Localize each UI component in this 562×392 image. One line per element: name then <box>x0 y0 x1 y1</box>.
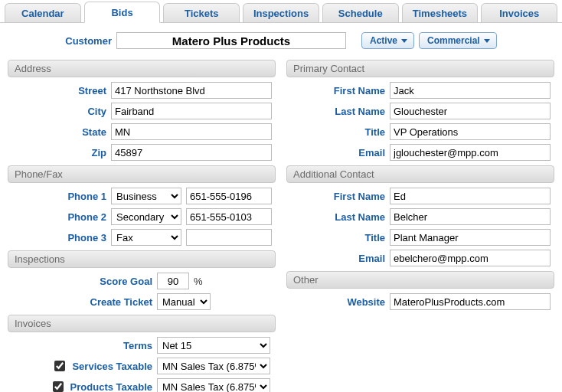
score-goal-input[interactable] <box>157 273 189 289</box>
pc-email-input[interactable] <box>390 144 551 161</box>
score-goal-label: Score Goal <box>8 276 157 287</box>
ac-firstname-label: First Name <box>286 191 390 202</box>
website-label: Website <box>286 296 390 308</box>
pc-lastname-input[interactable] <box>390 103 551 119</box>
products-taxable-check[interactable] <box>53 381 64 392</box>
section-phone: Phone/Fax <box>8 165 276 183</box>
tab-strip: Calendar Bids Tickets Inspections Schedu… <box>0 0 562 23</box>
phone1-label: Phone 1 <box>8 191 111 202</box>
city-input[interactable] <box>111 103 272 119</box>
street-input[interactable] <box>111 82 272 99</box>
tab-calendar[interactable]: Calendar <box>5 3 81 22</box>
services-taxable-label: Services Taxable <box>72 361 152 372</box>
phone3-type[interactable]: Fax <box>111 229 181 246</box>
website-input[interactable] <box>390 293 551 310</box>
zip-input[interactable] <box>111 144 272 161</box>
create-ticket-select[interactable]: Manual <box>157 293 211 310</box>
tab-schedule[interactable]: Schedule <box>322 3 399 22</box>
section-other: Other <box>286 271 554 289</box>
ac-title-label: Title <box>286 232 390 243</box>
street-label: Street <box>8 85 111 96</box>
ac-lastname-label: Last Name <box>286 211 390 223</box>
ac-email-label: Email <box>286 253 390 264</box>
chevron-down-icon <box>484 39 490 43</box>
pc-firstname-input[interactable] <box>390 82 551 99</box>
pc-lastname-label: Last Name <box>286 106 390 117</box>
phone2-input[interactable] <box>186 208 272 225</box>
phone3-label: Phone 3 <box>8 232 111 243</box>
products-tax-select[interactable]: MN Sales Tax (6.875%) <box>157 378 270 392</box>
services-taxable-check[interactable] <box>54 361 65 371</box>
pc-title-input[interactable] <box>390 123 551 140</box>
ac-firstname-input[interactable] <box>390 188 551 204</box>
ac-lastname-input[interactable] <box>390 208 551 225</box>
pc-email-label: Email <box>286 147 390 158</box>
pc-title-label: Title <box>286 126 390 138</box>
zip-label: Zip <box>8 147 111 158</box>
ac-title-input[interactable] <box>390 229 551 246</box>
tab-timesheets[interactable]: Timesheets <box>402 3 479 22</box>
customer-row: Customer Active Commercial <box>8 32 554 49</box>
customer-label: Customer <box>65 35 112 47</box>
products-taxable-label: Products Taxable <box>70 381 152 393</box>
terms-label: Terms <box>8 340 157 351</box>
phone2-label: Phone 2 <box>8 211 111 223</box>
tab-invoices[interactable]: Invoices <box>481 3 557 22</box>
tab-tickets[interactable]: Tickets <box>163 3 240 22</box>
status-value: Active <box>370 35 397 46</box>
phone2-type[interactable]: Secondary <box>111 208 181 225</box>
right-column: Primary Contact First Name Last Name Tit… <box>286 57 554 392</box>
phone1-type[interactable]: Business <box>111 188 181 204</box>
city-label: City <box>8 106 111 117</box>
phone1-input[interactable] <box>186 188 272 204</box>
tab-bids[interactable]: Bids <box>84 2 161 23</box>
left-column: Address Street City State Zip Phone/Fax … <box>8 57 276 392</box>
ac-email-input[interactable] <box>390 250 551 266</box>
section-inspections: Inspections <box>8 250 276 268</box>
state-input[interactable] <box>111 123 272 140</box>
type-dropdown[interactable]: Commercial <box>419 32 497 49</box>
terms-select[interactable]: Net 15 <box>157 337 270 354</box>
customer-input[interactable] <box>116 32 346 49</box>
state-label: State <box>8 126 111 138</box>
percent-label: % <box>194 276 203 287</box>
type-value: Commercial <box>427 35 480 46</box>
pc-firstname-label: First Name <box>286 85 390 96</box>
tab-inspections[interactable]: Inspections <box>243 3 319 22</box>
section-invoices: Invoices <box>8 315 276 332</box>
phone3-input[interactable] <box>186 229 272 246</box>
create-ticket-label: Create Ticket <box>8 296 157 308</box>
section-additional-contact: Additional Contact <box>286 165 554 183</box>
section-primary-contact: Primary Contact <box>286 60 554 77</box>
services-tax-select[interactable]: MN Sales Tax (6.875%) <box>157 358 270 374</box>
section-address: Address <box>8 60 276 77</box>
chevron-down-icon <box>401 39 407 43</box>
status-dropdown[interactable]: Active <box>361 32 414 49</box>
